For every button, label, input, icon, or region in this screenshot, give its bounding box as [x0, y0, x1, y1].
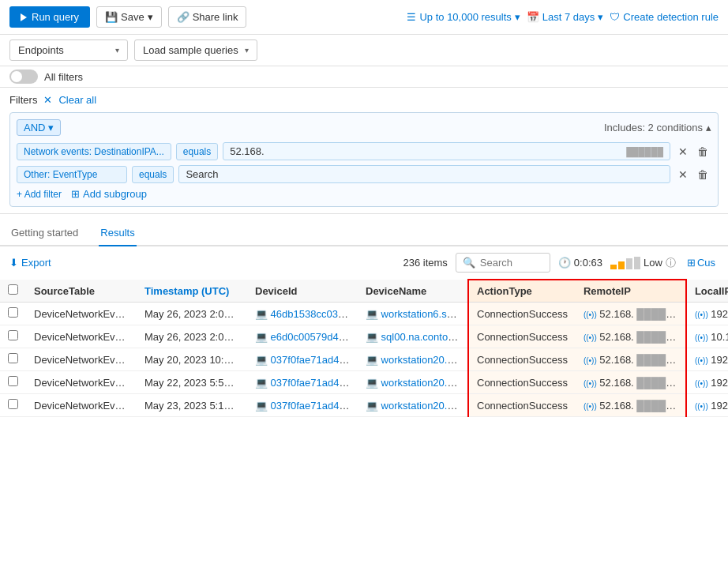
item-count: 236 items — [403, 257, 447, 269]
clock-icon: 🕐 — [558, 257, 571, 269]
main-toolbar: Run query 💾 Save 🔗 Share link ☰ Up to 10… — [0, 0, 728, 35]
add-subgroup-button[interactable]: ⊞ Add subgroup — [71, 188, 147, 200]
share-link-button[interactable]: 🔗 Share link — [168, 6, 247, 28]
filters-header: Filters ✕ Clear all — [9, 94, 719, 106]
th-remote-ip: RemoteIP — [576, 280, 686, 303]
filter-value-1[interactable]: 52.168. ██████ — [223, 142, 670, 160]
add-filter-button[interactable]: + Add filter — [17, 189, 62, 200]
results-table: SourceTable Timestamp (UTC) DeviceId Dev… — [0, 279, 728, 417]
th-action-type: ActionType — [468, 280, 576, 303]
cell-deviceid-3[interactable]: 💻 037f0fae71ad4661e3... — [247, 371, 358, 394]
row-checkbox-3[interactable] — [0, 371, 26, 394]
info-icon[interactable]: ⓘ — [666, 256, 676, 270]
row-checkbox-1[interactable] — [0, 325, 26, 348]
and-operator-badge[interactable]: AND — [17, 119, 61, 136]
filter-op-2[interactable]: equals — [132, 166, 174, 183]
all-filters-toggle[interactable] — [9, 70, 38, 84]
filter-value-text-2: Search — [186, 168, 218, 180]
intensity-badge: Low ⓘ — [610, 256, 676, 270]
cell-localip-4: ((•)) 192.168. — [686, 394, 728, 417]
search-box: 🔍 — [456, 253, 550, 273]
cell-devicename-0[interactable]: 💻 workstation6.seccxp... — [358, 303, 468, 325]
cell-deviceid-0[interactable]: 💻 46db1538cc03d01ed... — [247, 303, 358, 325]
filters-title: Filters — [9, 94, 37, 106]
filter-delete-btn-1[interactable]: 🗑 — [694, 144, 711, 160]
results-limit-label: Up to 10,000 results — [419, 11, 511, 23]
endpoint-dropdown[interactable]: Endpoints ▾ — [9, 39, 128, 61]
time-range-label: Last 7 days — [542, 11, 595, 23]
create-detection-rule-button[interactable]: 🛡 Create detection rule — [610, 11, 719, 23]
export-button[interactable]: ⬇ Export — [9, 257, 51, 269]
table-header-row: SourceTable Timestamp (UTC) DeviceId Dev… — [0, 280, 728, 303]
select-all-checkbox[interactable] — [8, 284, 18, 295]
row-select-2[interactable] — [8, 353, 18, 363]
add-subgroup-label: Add subgroup — [83, 188, 147, 200]
time-range-button[interactable]: 📅 Last 7 days — [527, 11, 604, 23]
filter-clear-btn-1[interactable]: ✕ — [675, 144, 691, 160]
run-query-button[interactable]: Run query — [9, 6, 90, 28]
filter-clear-btn-2[interactable]: ✕ — [675, 167, 691, 182]
cell-devicename-1[interactable]: 💻 sql00.na.contosohotel... — [358, 325, 468, 348]
th-timestamp[interactable]: Timestamp (UTC) — [137, 280, 247, 303]
sample-query-dropdown[interactable]: Load sample queries ▾ — [134, 39, 257, 61]
export-icon: ⬇ — [9, 257, 18, 269]
cell-deviceid-1[interactable]: 💻 e6d0c00579d4f51ee1... — [247, 325, 358, 348]
filter-field-2[interactable]: Other: EventType — [17, 166, 127, 183]
row-select-3[interactable] — [8, 376, 18, 386]
bar-4 — [634, 257, 640, 269]
save-chevron-icon — [148, 11, 153, 23]
list-icon: ☰ — [407, 11, 416, 23]
row-checkbox-4[interactable] — [0, 394, 26, 417]
filter-footer: + Add filter ⊞ Add subgroup — [17, 188, 711, 200]
row-checkbox-0[interactable] — [0, 303, 26, 325]
cell-source-3: DeviceNetworkEvents — [26, 371, 137, 394]
cell-devicename-3[interactable]: 💻 workstation20.seccxp... — [358, 371, 468, 394]
clear-icon: ✕ — [43, 94, 52, 106]
clear-all-button[interactable]: Clear all — [58, 94, 96, 106]
tab-results[interactable]: Results — [99, 220, 136, 246]
cell-deviceid-2[interactable]: 💻 037f0fae71ad4661e3... — [247, 348, 358, 371]
cell-actiontype-4: ConnectionSuccess — [468, 394, 576, 417]
columns-button[interactable]: ⊞ Cus — [684, 255, 719, 270]
th-device-name: DeviceName — [358, 280, 468, 303]
cell-source-1: DeviceNetworkEvents — [26, 325, 137, 348]
save-icon: 💾 — [105, 11, 118, 23]
filter-field-1[interactable]: Network events: DestinationIPA... — [17, 143, 171, 160]
cell-devicename-4[interactable]: 💻 workstation20.seccxp... — [358, 394, 468, 417]
row-select-4[interactable] — [8, 399, 18, 409]
row-select-1[interactable] — [8, 330, 18, 340]
tab-getting-started[interactable]: Getting started — [9, 220, 80, 246]
includes-label: Includes: 2 conditions — [604, 122, 711, 133]
table-wrapper: SourceTable Timestamp (UTC) DeviceId Dev… — [0, 279, 728, 417]
cell-actiontype-3: ConnectionSuccess — [468, 371, 576, 394]
play-icon — [21, 13, 27, 21]
results-limit-button[interactable]: ☰ Up to 10,000 results — [407, 11, 520, 23]
share-icon: 🔗 — [177, 11, 190, 23]
results-tabs: Getting started Results — [0, 220, 728, 246]
all-filters-label: All filters — [44, 71, 83, 83]
filter-row-2: Other: EventType equals Search ✕ 🗑 — [17, 165, 711, 183]
rule-icon: 🛡 — [610, 11, 620, 23]
row-select-0[interactable] — [8, 307, 18, 318]
filters-section: Filters ✕ Clear all AND Includes: 2 cond… — [0, 88, 728, 214]
search-input[interactable] — [480, 257, 543, 269]
row-checkbox-2[interactable] — [0, 348, 26, 371]
th-local-ip: LocalIP — [686, 280, 728, 303]
filter-op-1[interactable]: equals — [176, 143, 218, 160]
results-right: 236 items 🔍 🕐 0:0:63 Low ⓘ ⊞ Cus — [403, 253, 719, 273]
cell-deviceid-4[interactable]: 💻 037f0fae71ad4661e3... — [247, 394, 358, 417]
save-button[interactable]: 💾 Save — [96, 6, 162, 28]
filter-value-2[interactable]: Search — [178, 165, 670, 183]
cell-source-4: DeviceNetworkEvents — [26, 394, 137, 417]
masked-value-1: ██████ — [626, 147, 663, 156]
toggle-knob — [11, 71, 22, 82]
save-label: Save — [121, 11, 144, 23]
collapse-icon[interactable] — [706, 122, 711, 133]
filter-delete-btn-2[interactable]: 🗑 — [694, 167, 711, 182]
cell-timestamp-0: May 26, 2023 2:03:52 PM — [137, 303, 247, 325]
cell-devicename-2[interactable]: 💻 workstation20.seccxp... — [358, 348, 468, 371]
cell-source-2: DeviceNetworkEvents — [26, 348, 137, 371]
th-checkbox — [0, 280, 26, 303]
table-row: DeviceNetworkEvents May 23, 2023 5:13:53… — [0, 394, 728, 417]
intensity-label: Low — [644, 257, 662, 269]
